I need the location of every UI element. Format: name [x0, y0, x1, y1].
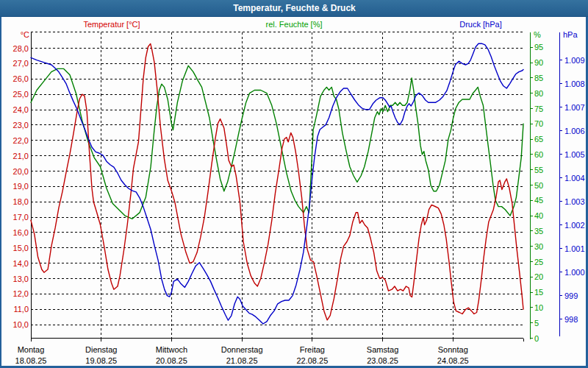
svg-text:14,0: 14,0 — [13, 259, 29, 268]
svg-text:1.009: 1.009 — [564, 56, 585, 65]
svg-text:12,0: 12,0 — [13, 289, 29, 298]
svg-text:60: 60 — [534, 150, 543, 159]
svg-text:19,0: 19,0 — [13, 182, 29, 191]
svg-text:1.004: 1.004 — [564, 174, 585, 183]
svg-text:0: 0 — [534, 334, 539, 343]
svg-text:1.000: 1.000 — [564, 268, 585, 277]
svg-text:20: 20 — [534, 272, 543, 281]
svg-text:70: 70 — [534, 119, 543, 128]
svg-text:18,0: 18,0 — [13, 197, 29, 206]
svg-text:1.003: 1.003 — [564, 197, 585, 206]
svg-text:30: 30 — [534, 242, 543, 251]
svg-text:1.008: 1.008 — [564, 79, 585, 88]
series-humidity — [31, 66, 523, 219]
svg-text:16,0: 16,0 — [13, 228, 29, 237]
svg-text:25: 25 — [534, 258, 543, 266]
svg-text:15,0: 15,0 — [13, 244, 29, 252]
svg-text:21,0: 21,0 — [13, 152, 29, 160]
svg-text:1.001: 1.001 — [564, 244, 585, 253]
svg-text:24.08.25: 24.08.25 — [437, 356, 469, 365]
svg-text:23.08.25: 23.08.25 — [367, 356, 398, 365]
svg-text:65: 65 — [534, 135, 543, 144]
svg-text:80: 80 — [534, 89, 543, 98]
svg-text:55: 55 — [534, 166, 543, 174]
humidity-axis: 05101520253035404550556065707580859095 — [530, 32, 543, 343]
svg-text:23,0: 23,0 — [13, 121, 29, 130]
svg-text:22.08.25: 22.08.25 — [296, 356, 328, 365]
svg-text:17,0: 17,0 — [13, 213, 29, 222]
svg-text:24,0: 24,0 — [13, 105, 29, 114]
svg-text:10: 10 — [534, 303, 543, 312]
svg-text:Mittwoch: Mittwoch — [156, 345, 187, 354]
day-labels: Montag18.08.25Dienstag19.08.25Mittwoch20… — [15, 345, 469, 365]
temperature-tick-labels: 10,011,012,013,014,015,016,017,018,019,0… — [13, 44, 29, 330]
svg-text:21.08.25: 21.08.25 — [226, 356, 258, 365]
svg-text:35: 35 — [534, 227, 543, 236]
svg-text:75: 75 — [534, 105, 543, 113]
svg-text:85: 85 — [534, 74, 543, 82]
svg-text:999: 999 — [564, 291, 578, 300]
svg-text:25,0: 25,0 — [13, 90, 29, 99]
svg-text:27,0: 27,0 — [13, 59, 29, 68]
svg-text:1.002: 1.002 — [564, 221, 585, 230]
svg-text:11,0: 11,0 — [13, 305, 29, 314]
svg-text:Sonntag: Sonntag — [438, 345, 468, 354]
svg-text:40: 40 — [534, 211, 543, 220]
svg-text:1.005: 1.005 — [564, 150, 585, 159]
grid-lines — [31, 32, 523, 339]
svg-text:22,0: 22,0 — [13, 136, 29, 145]
svg-text:50: 50 — [534, 181, 543, 190]
svg-text:998: 998 — [564, 315, 578, 324]
chart-window: Temperatur, Feuchte & Druck Temperatur [… — [0, 0, 588, 368]
svg-text:19.08.25: 19.08.25 — [85, 356, 117, 365]
chart-canvas: 10,011,012,013,014,015,016,017,018,019,0… — [1, 0, 588, 368]
svg-text:Montag: Montag — [18, 345, 45, 354]
svg-text:15: 15 — [534, 288, 543, 297]
plot-axes — [31, 32, 523, 342]
svg-text:1.007: 1.007 — [564, 103, 585, 112]
pressure-axis: 9989991.0001.0011.0021.0031.0041.0051.00… — [559, 32, 585, 336]
svg-text:1.006: 1.006 — [564, 127, 585, 135]
svg-text:20,0: 20,0 — [13, 167, 29, 176]
svg-text:Dienstag: Dienstag — [85, 345, 117, 354]
svg-text:28,0: 28,0 — [13, 44, 29, 53]
svg-text:26,0: 26,0 — [13, 74, 29, 83]
svg-text:5: 5 — [534, 319, 539, 328]
svg-text:Donnerstag: Donnerstag — [221, 345, 263, 354]
svg-text:Freitag: Freitag — [300, 345, 325, 354]
svg-text:90: 90 — [534, 58, 543, 67]
svg-text:20.08.25: 20.08.25 — [156, 356, 187, 365]
svg-text:45: 45 — [534, 196, 543, 205]
svg-text:18.08.25: 18.08.25 — [15, 356, 47, 365]
svg-text:Samstag: Samstag — [367, 345, 398, 354]
svg-text:13,0: 13,0 — [13, 275, 29, 283]
svg-text:95: 95 — [534, 43, 543, 52]
svg-text:10,0: 10,0 — [13, 320, 29, 329]
